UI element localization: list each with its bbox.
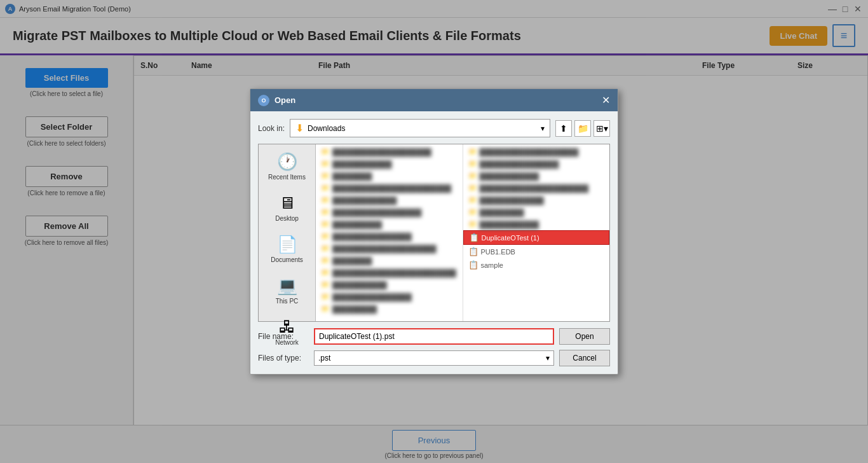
list-item[interactable]: 📁 █████████████████████ [316, 242, 463, 254]
list-item[interactable]: 📁 █████████ [463, 206, 610, 218]
list-item[interactable]: 📁 ████████████████ [463, 158, 610, 170]
selected-pst-icon: 📋 [469, 233, 479, 242]
folder-icon-left: 📁 [321, 244, 330, 252]
list-item[interactable]: 📋 PUB1.EDB [463, 245, 610, 258]
folder-icon-left: 📁 [321, 280, 330, 289]
folder-icon-left: 📁 [321, 184, 330, 192]
folder-icon-right: 📁 [468, 184, 477, 192]
list-item[interactable]: 📁 ██████████ [316, 218, 463, 230]
filetype-arrow-icon: ▾ [546, 354, 550, 363]
nav-up-button[interactable]: ⬆ [555, 120, 572, 137]
selected-file-item[interactable]: 📋 DuplicateOTest (1) [463, 230, 610, 245]
list-item[interactable]: 📁 ████████ [316, 254, 463, 266]
list-item[interactable]: 📁 █████████████ [316, 194, 463, 206]
dialog-overlay: O Open ✕ Look in: ⬇ Downloads ▾ ⬆ 📁 [0, 0, 868, 463]
list-item[interactable]: 📁 ████████████████ [316, 230, 463, 242]
list-item[interactable]: 📁 ████████████████ [316, 291, 463, 303]
folder-icon-right: 📁 [468, 196, 477, 204]
dialog-close-button[interactable]: ✕ [602, 94, 610, 106]
filename-label: File name: [258, 332, 309, 341]
nav-this-pc[interactable]: 💻 This PC [262, 273, 313, 307]
lookin-select[interactable]: ⬇ Downloads ▾ [290, 119, 550, 137]
folder-icon-right: 📁 [468, 148, 477, 156]
dialog-titlebar-left: O Open [258, 95, 295, 106]
file-list-right: 📁 ████████████████████ 📁 ███████████████… [463, 144, 610, 321]
list-item[interactable]: 📁 ████████████ [316, 158, 463, 170]
folder-icon: ⬇ [295, 122, 304, 134]
nav-desktop[interactable]: 🖥 Desktop [262, 191, 313, 225]
sample-icon: 📋 [468, 260, 478, 270]
open-dialog: O Open ✕ Look in: ⬇ Downloads ▾ ⬆ 📁 [250, 88, 618, 375]
lookin-label: Look in: [258, 124, 285, 133]
list-item[interactable]: 📁 ████████████ [463, 218, 610, 230]
filetype-value: .pst [318, 354, 330, 363]
filetype-select[interactable]: .pst ▾ [314, 350, 554, 366]
filename-input[interactable] [314, 328, 554, 345]
list-item[interactable]: 📁 ████████████ [463, 170, 610, 182]
list-item[interactable]: 📁 ████████████████████ [316, 146, 463, 158]
lookin-select-inner: ⬇ Downloads [295, 122, 345, 134]
recent-items-icon: 🕐 [277, 152, 297, 172]
view-button[interactable]: ⊞▾ [593, 120, 610, 137]
nav-documents-label: Documents [271, 256, 303, 263]
lookin-row: Look in: ⬇ Downloads ▾ ⬆ 📁 ⊞▾ [258, 119, 610, 137]
folder-icon-right: 📁 [468, 208, 477, 216]
file-name-pub1: PUB1.EDB [481, 248, 515, 256]
file-list-area: 📁 ████████████████████ 📁 ████████████ 📁 … [316, 144, 609, 321]
folder-icon-right: 📁 [468, 160, 477, 168]
cancel-button[interactable]: Cancel [559, 350, 610, 366]
list-item[interactable]: 📁 █████████████████████████ [316, 266, 463, 279]
file-name-sample: sample [481, 261, 503, 269]
filetype-label: Files of type: [258, 354, 309, 363]
nav-recent-items[interactable]: 🕐 Recent Items [262, 149, 313, 183]
nav-pc-label: This PC [276, 298, 299, 305]
dialog-titlebar: O Open ✕ [250, 89, 618, 111]
dialog-icon: O [258, 95, 269, 106]
list-item[interactable]: 📁 ████████████████████ [463, 146, 610, 158]
folder-icon-left: 📁 [321, 196, 330, 204]
folder-icon-left: 📁 [321, 172, 330, 180]
folder-icon-left: 📁 [321, 160, 330, 168]
new-folder-button[interactable]: 📁 [574, 120, 591, 137]
file-nav: 🕐 Recent Items 🖥 Desktop 📄 Documents 💻 T… [259, 144, 316, 321]
list-item[interactable]: 📁 ██████████████████████ [463, 182, 610, 194]
folder-icon-right: 📁 [468, 172, 477, 180]
dropdown-arrow-icon: ▾ [541, 124, 545, 133]
folder-icon-left: 📁 [321, 220, 330, 228]
pc-icon: 💻 [277, 276, 297, 296]
nav-desktop-label: Desktop [275, 215, 299, 222]
list-item[interactable]: 📁 █████████████ [463, 194, 610, 206]
folder-icon-left: 📁 [321, 293, 330, 301]
list-item[interactable]: 📁 ██████████████████ [316, 206, 463, 218]
list-item[interactable]: 📋 sample [463, 258, 610, 272]
lookin-value: Downloads [308, 124, 345, 133]
dialog-title: Open [275, 95, 295, 105]
dialog-body: Look in: ⬇ Downloads ▾ ⬆ 📁 ⊞▾ [250, 111, 618, 374]
file-browser: 🕐 Recent Items 🖥 Desktop 📄 Documents 💻 T… [258, 144, 610, 322]
list-item[interactable]: 📁 █████████ [316, 303, 463, 315]
folder-icon-left: 📁 [321, 208, 330, 216]
nav-documents[interactable]: 📄 Documents [262, 232, 313, 266]
open-button[interactable]: Open [559, 328, 610, 345]
toolbar-icons: ⬆ 📁 ⊞▾ [555, 120, 610, 137]
folder-icon-left: 📁 [321, 232, 330, 240]
nav-recent-label: Recent Items [268, 174, 306, 181]
list-item[interactable]: 📁 ████████████████████████ [316, 182, 463, 194]
folder-icon-left: 📁 [321, 256, 330, 265]
folder-icon-left: 📁 [321, 148, 330, 156]
edb-icon: 📋 [468, 247, 478, 256]
desktop-icon: 🖥 [279, 193, 295, 213]
documents-icon: 📄 [277, 235, 297, 254]
folder-icon-right: 📁 [468, 220, 477, 228]
file-list-left: 📁 ████████████████████ 📁 ████████████ 📁 … [316, 144, 463, 321]
list-item[interactable]: 📁 ███████████ [316, 279, 463, 291]
selected-file-name: DuplicateOTest (1) [482, 234, 539, 242]
folder-icon-left: 📁 [321, 305, 330, 313]
filetype-row: Files of type: .pst ▾ Cancel [258, 350, 610, 366]
folder-icon-left: 📁 [321, 268, 330, 277]
list-item[interactable]: 📁 ████████ [316, 170, 463, 182]
